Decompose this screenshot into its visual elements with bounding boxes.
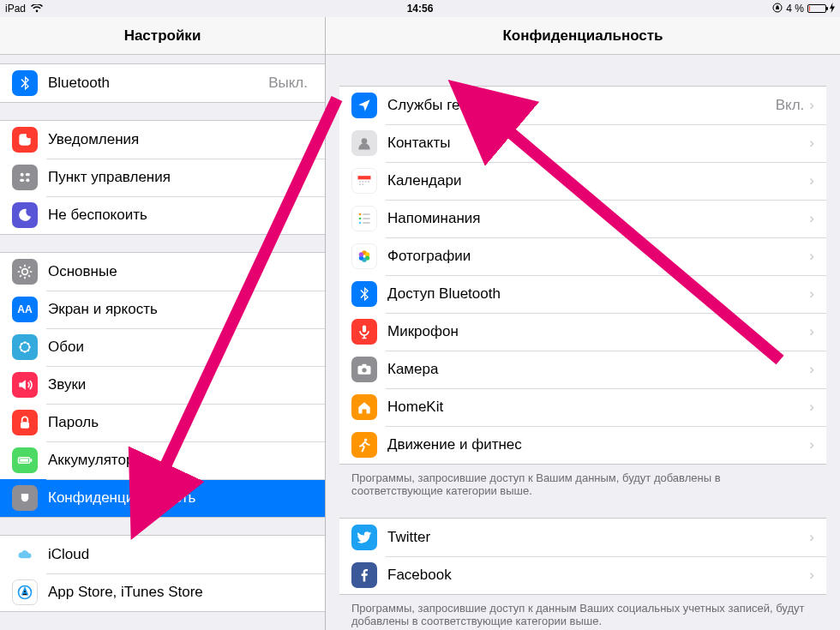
status-bar: iPad 14:56 4 % bbox=[0, 0, 840, 17]
svg-rect-43 bbox=[363, 326, 366, 333]
sidebar-item-label: iCloud bbox=[48, 546, 313, 563]
twitter-icon bbox=[351, 525, 377, 550]
privacy-item-camera[interactable]: Камера › bbox=[339, 351, 826, 388]
svg-rect-29 bbox=[359, 183, 361, 185]
sidebar-item-label: Уведомления bbox=[48, 131, 313, 148]
master-group-connectivity: Bluetooth Выкл. bbox=[0, 63, 325, 103]
contacts-icon bbox=[351, 130, 377, 156]
notifications-icon bbox=[12, 127, 38, 153]
privacy-item-location[interactable]: Службы геолокации Вкл. › bbox=[339, 87, 826, 124]
sidebar-item-dnd[interactable]: Не беспокоить bbox=[0, 196, 325, 234]
svg-point-3 bbox=[21, 173, 24, 177]
privacy-item-bluetooth-sharing[interactable]: Доступ Bluetooth › bbox=[339, 275, 826, 313]
chevron-right-icon: › bbox=[809, 436, 814, 453]
svg-rect-4 bbox=[26, 173, 30, 176]
status-time: 14:56 bbox=[282, 3, 559, 15]
svg-point-16 bbox=[27, 350, 30, 352]
privacy-footer-categories: Программы, запросившие доступ к Вашим да… bbox=[326, 465, 840, 497]
svg-rect-17 bbox=[21, 422, 29, 429]
sidebar-item-label: Не беспокоить bbox=[48, 207, 313, 224]
privacy-icon bbox=[12, 485, 38, 511]
wallpaper-icon bbox=[12, 334, 38, 360]
detail-title: Конфиденциальность bbox=[326, 17, 840, 55]
sidebar-item-bluetooth[interactable]: Bluetooth Выкл. bbox=[0, 64, 325, 102]
privacy-item-label: Службы геолокации bbox=[387, 97, 776, 114]
detail-pane: Конфиденциальность Службы геолокации Вкл… bbox=[326, 17, 840, 630]
chevron-right-icon: › bbox=[809, 210, 814, 227]
svg-rect-46 bbox=[363, 364, 367, 367]
master-group-notifications: Уведомления Пункт управления Не беспокои… bbox=[0, 120, 325, 235]
sounds-icon bbox=[12, 372, 38, 398]
dnd-icon bbox=[12, 202, 38, 228]
sidebar-item-label: Пароль bbox=[48, 414, 313, 431]
svg-rect-26 bbox=[363, 181, 364, 183]
device-name: iPad bbox=[5, 3, 26, 15]
homekit-icon bbox=[351, 394, 377, 420]
privacy-item-label: Камера bbox=[387, 361, 809, 378]
privacy-item-homekit[interactable]: HomeKit › bbox=[339, 388, 826, 426]
privacy-group-categories: Службы геолокации Вкл. › Контакты › Кале… bbox=[339, 86, 826, 465]
svg-rect-30 bbox=[363, 183, 364, 185]
svg-point-11 bbox=[19, 346, 21, 349]
microphone-icon bbox=[351, 319, 377, 345]
privacy-item-twitter[interactable]: Twitter › bbox=[339, 519, 826, 556]
privacy-item-contacts[interactable]: Контакты › bbox=[339, 124, 826, 162]
orientation-lock-icon bbox=[772, 3, 783, 15]
motion-icon bbox=[351, 432, 377, 458]
sidebar-item-label: Звуки bbox=[48, 376, 313, 393]
sidebar-item-display[interactable]: AA Экран и яркость bbox=[0, 291, 325, 328]
chevron-right-icon: › bbox=[809, 323, 814, 340]
battery-settings-icon bbox=[12, 447, 38, 473]
general-icon bbox=[12, 259, 38, 285]
sidebar-item-appstore[interactable]: App Store, iTunes Store bbox=[0, 573, 325, 611]
sidebar-item-label: Экран и яркость bbox=[48, 301, 313, 318]
svg-point-33 bbox=[359, 218, 362, 220]
sidebar-item-icloud[interactable]: iCloud bbox=[0, 536, 325, 573]
svg-rect-19 bbox=[20, 459, 28, 461]
camera-icon bbox=[351, 357, 377, 382]
privacy-item-photos[interactable]: Фотографии › bbox=[339, 237, 826, 275]
privacy-item-label: Twitter bbox=[387, 529, 809, 546]
privacy-item-facebook[interactable]: Facebook › bbox=[339, 556, 826, 594]
privacy-item-value: Вкл. bbox=[776, 97, 805, 114]
privacy-footer-social: Программы, запросившие доступ к данным В… bbox=[326, 595, 840, 627]
sidebar-item-control-center[interactable]: Пункт управления bbox=[0, 159, 325, 196]
control-center-icon bbox=[12, 165, 38, 190]
privacy-item-label: Доступ Bluetooth bbox=[387, 285, 809, 303]
sidebar-item-label: Обои bbox=[48, 339, 313, 356]
privacy-item-label: Календари bbox=[387, 172, 809, 189]
sidebar-item-value: Выкл. bbox=[268, 75, 308, 92]
charging-icon bbox=[830, 3, 835, 15]
privacy-item-label: Facebook bbox=[387, 567, 809, 584]
sidebar-item-general[interactable]: Основные bbox=[0, 253, 325, 291]
sidebar-item-label: Bluetooth bbox=[48, 75, 268, 92]
passcode-icon bbox=[12, 410, 38, 435]
facebook-icon bbox=[351, 562, 377, 588]
master-group-accounts: iCloud App Store, iTunes Store bbox=[0, 535, 325, 612]
sidebar-item-privacy[interactable]: Конфиденциальность bbox=[0, 479, 325, 517]
svg-point-9 bbox=[24, 341, 27, 344]
sidebar-item-wallpaper[interactable]: Обои bbox=[0, 328, 325, 366]
sidebar-item-battery[interactable]: Аккумулятор bbox=[0, 441, 325, 479]
sidebar-item-notifications[interactable]: Уведомления bbox=[0, 121, 325, 159]
chevron-right-icon: › bbox=[809, 399, 814, 416]
svg-point-12 bbox=[28, 346, 30, 349]
master-title: Настройки bbox=[0, 17, 325, 55]
privacy-item-label: Движение и фитнес bbox=[387, 436, 809, 453]
sidebar-item-passcode[interactable]: Пароль bbox=[0, 404, 325, 441]
privacy-item-reminders[interactable]: Напоминания › bbox=[339, 200, 826, 237]
battery-icon bbox=[807, 4, 826, 13]
svg-point-14 bbox=[27, 343, 30, 345]
privacy-item-motion[interactable]: Движение и фитнес › bbox=[339, 426, 826, 464]
chevron-right-icon: › bbox=[809, 285, 814, 303]
location-icon bbox=[351, 93, 377, 118]
chevron-right-icon: › bbox=[809, 97, 814, 114]
svg-rect-5 bbox=[20, 179, 24, 182]
privacy-item-calendars[interactable]: Календари › bbox=[339, 162, 826, 200]
sidebar-item-label: Конфиденциальность bbox=[48, 489, 313, 507]
privacy-item-microphone[interactable]: Микрофон › bbox=[339, 313, 826, 351]
sidebar-item-sounds[interactable]: Звуки bbox=[0, 366, 325, 404]
bluetooth-icon bbox=[12, 70, 38, 96]
sidebar-item-label: Аккумулятор bbox=[48, 452, 313, 469]
icloud-icon bbox=[12, 542, 38, 567]
